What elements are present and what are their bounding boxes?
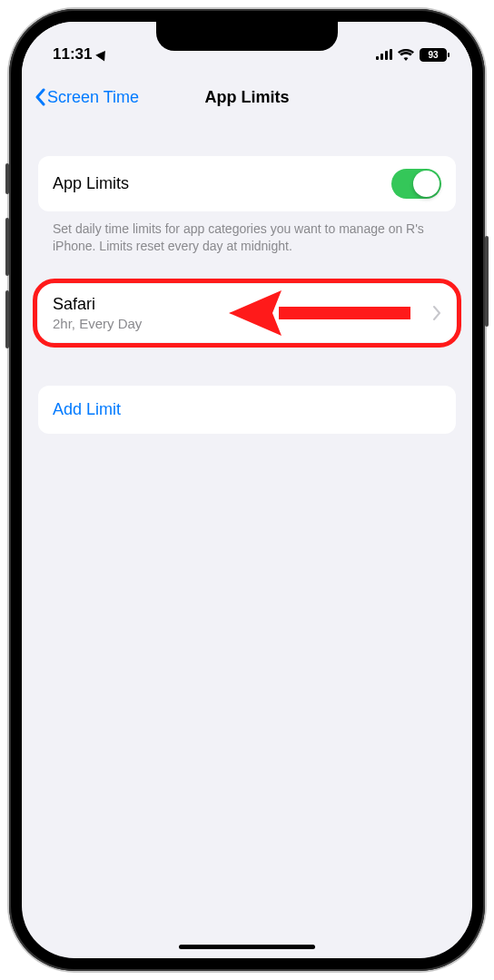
cellular-signal-icon xyxy=(376,49,392,60)
volume-up-button xyxy=(5,218,9,276)
toggle-row: App Limits xyxy=(38,156,456,211)
status-time: 11:31 xyxy=(53,45,92,64)
add-limit-button[interactable]: Add Limit xyxy=(38,386,456,434)
toggle-label: App Limits xyxy=(53,174,129,193)
app-limits-toggle-row: App Limits xyxy=(38,156,456,211)
battery-icon: 93 xyxy=(420,48,447,62)
limit-subtitle: 2hr, Every Day xyxy=(53,316,142,331)
status-right: 93 xyxy=(376,48,447,62)
wifi-icon xyxy=(398,49,414,61)
safari-limit-row[interactable]: Safari 2hr, Every Day xyxy=(38,284,456,342)
screen: 11:31 93 Screen Time xyxy=(22,22,472,958)
notch xyxy=(156,22,338,51)
toggle-footer-text: Set daily time limits for app categories… xyxy=(38,211,456,255)
content-area: App Limits Set daily time limits for app… xyxy=(22,123,472,434)
mute-switch xyxy=(5,163,9,194)
chevron-left-icon xyxy=(35,88,45,106)
limit-text-col: Safari 2hr, Every Day xyxy=(53,295,142,331)
phone-frame: 11:31 93 Screen Time xyxy=(9,9,485,971)
navigation-bar: Screen Time App Limits xyxy=(22,71,472,123)
home-indicator[interactable] xyxy=(179,945,315,949)
power-button xyxy=(485,236,489,327)
volume-down-button xyxy=(5,290,9,348)
limit-title: Safari xyxy=(53,295,142,314)
battery-percent: 93 xyxy=(428,50,438,60)
back-label: Screen Time xyxy=(47,88,139,107)
app-limits-toggle[interactable] xyxy=(391,169,441,199)
safari-limit-highlight: Safari 2hr, Every Day xyxy=(38,284,456,342)
toggle-knob xyxy=(413,171,440,197)
add-limit-label: Add Limit xyxy=(53,400,121,418)
chevron-right-icon xyxy=(433,306,441,320)
back-button[interactable]: Screen Time xyxy=(35,88,139,107)
status-left: 11:31 xyxy=(53,45,108,64)
location-icon xyxy=(96,47,111,61)
page-title: App Limits xyxy=(205,88,290,107)
